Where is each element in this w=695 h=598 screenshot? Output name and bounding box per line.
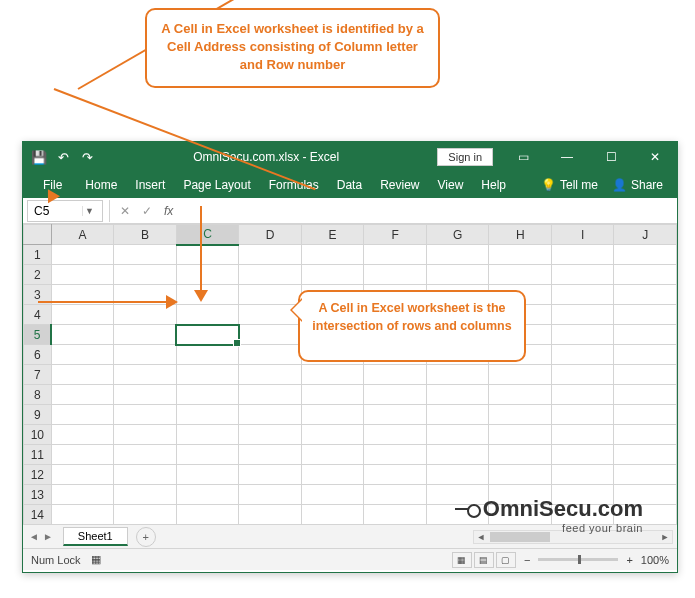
enter-icon[interactable]: ✓	[136, 204, 158, 218]
cell-J11[interactable]	[614, 445, 677, 465]
row-header-14[interactable]: 14	[24, 505, 52, 525]
zoom-in-icon[interactable]: +	[626, 554, 632, 566]
cell-J5[interactable]	[614, 325, 677, 345]
cell-B11[interactable]	[114, 445, 177, 465]
cell-J6[interactable]	[614, 345, 677, 365]
cell-C14[interactable]	[176, 505, 239, 525]
tab-data[interactable]: Data	[328, 172, 371, 198]
cell-B10[interactable]	[114, 425, 177, 445]
share-button[interactable]: 👤 Share	[604, 178, 671, 192]
cell-B8[interactable]	[114, 385, 177, 405]
cell-C5[interactable]	[176, 325, 239, 345]
close-icon[interactable]: ✕	[633, 142, 677, 172]
name-box[interactable]: C5 ▼	[27, 200, 103, 222]
cell-B7[interactable]	[114, 365, 177, 385]
cell-D12[interactable]	[239, 465, 302, 485]
scroll-right-icon[interactable]: ►	[658, 532, 672, 542]
cell-I2[interactable]	[552, 265, 614, 285]
row-header-5[interactable]: 5	[24, 325, 52, 345]
cell-B5[interactable]	[114, 325, 177, 345]
cell-J10[interactable]	[614, 425, 677, 445]
cell-B14[interactable]	[114, 505, 177, 525]
cell-D5[interactable]	[239, 325, 302, 345]
cell-A8[interactable]	[51, 385, 114, 405]
col-header-D[interactable]: D	[239, 225, 302, 245]
tab-help[interactable]: Help	[472, 172, 515, 198]
row-header-6[interactable]: 6	[24, 345, 52, 365]
cell-J7[interactable]	[614, 365, 677, 385]
sheet-tab-active[interactable]: Sheet1	[63, 527, 128, 546]
cell-A5[interactable]	[51, 325, 114, 345]
cell-G11[interactable]	[426, 445, 489, 465]
page-layout-view-icon[interactable]: ▤	[474, 552, 494, 568]
cell-A9[interactable]	[51, 405, 114, 425]
cell-D1[interactable]	[239, 245, 302, 265]
row-header-10[interactable]: 10	[24, 425, 52, 445]
tellme-search[interactable]: 💡 Tell me	[541, 178, 598, 192]
cell-C4[interactable]	[176, 305, 239, 325]
cell-E11[interactable]	[301, 445, 364, 465]
signin-button[interactable]: Sign in	[437, 148, 493, 166]
cell-D10[interactable]	[239, 425, 302, 445]
cell-C12[interactable]	[176, 465, 239, 485]
cell-H9[interactable]	[489, 405, 552, 425]
cell-H12[interactable]	[489, 465, 552, 485]
save-icon[interactable]: 💾	[31, 149, 47, 165]
row-header-7[interactable]: 7	[24, 365, 52, 385]
cell-G12[interactable]	[426, 465, 489, 485]
zoom-slider[interactable]	[538, 558, 618, 561]
col-header-I[interactable]: I	[552, 225, 614, 245]
cell-C13[interactable]	[176, 485, 239, 505]
cell-I5[interactable]	[552, 325, 614, 345]
cell-B1[interactable]	[114, 245, 177, 265]
cell-F11[interactable]	[364, 445, 427, 465]
cell-J12[interactable]	[614, 465, 677, 485]
cell-F2[interactable]	[364, 265, 427, 285]
ribbon-options-icon[interactable]: ▭	[501, 142, 545, 172]
cell-I4[interactable]	[552, 305, 614, 325]
redo-icon[interactable]: ↷	[79, 149, 95, 165]
tab-page-layout[interactable]: Page Layout	[174, 172, 259, 198]
page-break-view-icon[interactable]: ▢	[496, 552, 516, 568]
cell-D9[interactable]	[239, 405, 302, 425]
col-header-G[interactable]: G	[426, 225, 489, 245]
cell-C9[interactable]	[176, 405, 239, 425]
cell-H1[interactable]	[489, 245, 552, 265]
cell-E12[interactable]	[301, 465, 364, 485]
tab-insert[interactable]: Insert	[126, 172, 174, 198]
fx-icon[interactable]: fx	[158, 204, 179, 218]
cell-G8[interactable]	[426, 385, 489, 405]
cell-D13[interactable]	[239, 485, 302, 505]
row-header-4[interactable]: 4	[24, 305, 52, 325]
cell-C11[interactable]	[176, 445, 239, 465]
row-header-12[interactable]: 12	[24, 465, 52, 485]
cell-I6[interactable]	[552, 345, 614, 365]
cell-C7[interactable]	[176, 365, 239, 385]
col-header-H[interactable]: H	[489, 225, 552, 245]
cell-I11[interactable]	[552, 445, 614, 465]
cell-A2[interactable]	[51, 265, 114, 285]
cell-H11[interactable]	[489, 445, 552, 465]
row-header-9[interactable]: 9	[24, 405, 52, 425]
cell-J1[interactable]	[614, 245, 677, 265]
cell-A13[interactable]	[51, 485, 114, 505]
tab-prev-icon[interactable]: ◄	[29, 531, 39, 542]
cell-A4[interactable]	[51, 305, 114, 325]
cancel-icon[interactable]: ✕	[114, 204, 136, 218]
tab-next-icon[interactable]: ►	[43, 531, 53, 542]
cell-I3[interactable]	[552, 285, 614, 305]
cell-E1[interactable]	[301, 245, 364, 265]
cell-H10[interactable]	[489, 425, 552, 445]
zoom-level[interactable]: 100%	[641, 554, 669, 566]
cell-C6[interactable]	[176, 345, 239, 365]
cell-C2[interactable]	[176, 265, 239, 285]
worksheet-grid[interactable]: ABCDEFGHIJ1234567891011121314	[23, 224, 677, 524]
cell-D7[interactable]	[239, 365, 302, 385]
cell-F1[interactable]	[364, 245, 427, 265]
cell-I9[interactable]	[552, 405, 614, 425]
cell-H2[interactable]	[489, 265, 552, 285]
cell-E10[interactable]	[301, 425, 364, 445]
row-header-8[interactable]: 8	[24, 385, 52, 405]
cell-E7[interactable]	[301, 365, 364, 385]
cell-J8[interactable]	[614, 385, 677, 405]
